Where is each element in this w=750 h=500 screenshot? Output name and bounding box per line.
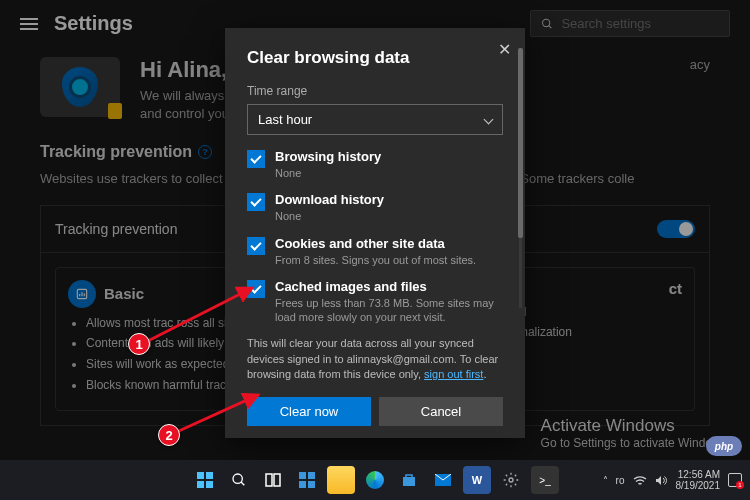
edge-icon[interactable] (361, 466, 389, 494)
start-button[interactable] (191, 466, 219, 494)
chevron-down-icon (484, 115, 494, 125)
svg-rect-6 (197, 472, 204, 479)
opt-sub: Frees up less than 73.8 MB. Some sites m… (275, 296, 503, 325)
store-icon[interactable] (395, 466, 423, 494)
notification-icon[interactable]: 1 (728, 473, 742, 487)
modal-overlay: ✕ Clear browsing data Time range Last ho… (0, 0, 750, 500)
checkbox-browsing-history[interactable] (247, 150, 265, 168)
taskview-icon[interactable] (259, 466, 287, 494)
mail-icon[interactable] (429, 466, 457, 494)
php-badge: php (706, 436, 742, 456)
range-value: Last hour (258, 112, 312, 127)
opt-sub: None (275, 209, 384, 223)
sign-out-link[interactable]: sign out first (424, 368, 483, 380)
widgets-icon[interactable] (293, 466, 321, 494)
dialog-title: Clear browsing data (247, 48, 503, 68)
settings-icon[interactable] (497, 466, 525, 494)
clock-time: 12:56 AM (676, 469, 721, 480)
opt-sub: None (275, 166, 381, 180)
search-taskbar-icon[interactable] (225, 466, 253, 494)
volume-icon[interactable] (655, 474, 668, 487)
opt-label: Browsing history (275, 149, 381, 164)
svg-rect-17 (308, 481, 315, 488)
svg-point-10 (233, 474, 242, 483)
tray-chevron-icon[interactable]: ˄ (603, 475, 608, 486)
clear-data-dialog: ✕ Clear browsing data Time range Last ho… (225, 28, 525, 438)
time-range-select[interactable]: Last hour (247, 104, 503, 135)
disclaimer: This will clear your data across all you… (247, 336, 503, 382)
svg-rect-14 (299, 472, 306, 479)
svg-line-11 (241, 482, 244, 485)
checkbox-cached[interactable] (247, 280, 265, 298)
opt-label: Download history (275, 192, 384, 207)
opt-sub: From 8 sites. Signs you out of most site… (275, 253, 476, 267)
wifi-icon[interactable] (633, 475, 647, 486)
svg-rect-16 (299, 481, 306, 488)
opt-label: Cached images and files (275, 279, 503, 294)
system-tray[interactable]: ˄ ro 12:56 AM 8/19/2021 1 (603, 469, 742, 491)
annotation-marker-1: 1 (128, 333, 150, 355)
range-label: Time range (247, 84, 503, 98)
svg-point-19 (509, 478, 513, 482)
svg-rect-8 (197, 481, 204, 488)
checkbox-download-history[interactable] (247, 193, 265, 211)
terminal-icon[interactable]: >_ (531, 466, 559, 494)
close-icon[interactable]: ✕ (498, 40, 511, 59)
explorer-icon[interactable] (327, 466, 355, 494)
svg-rect-12 (266, 474, 272, 486)
annotation-marker-2: 2 (158, 424, 180, 446)
svg-rect-9 (206, 481, 213, 488)
taskbar[interactable]: W >_ ˄ ro 12:56 AM 8/19/2021 1 (0, 460, 750, 500)
opt-label: Cookies and other site data (275, 236, 476, 251)
scrollbar-thumb[interactable] (518, 48, 523, 238)
svg-rect-13 (274, 474, 280, 486)
svg-rect-7 (206, 472, 213, 479)
checkbox-cookies[interactable] (247, 237, 265, 255)
word-icon[interactable]: W (463, 466, 491, 494)
clock-date: 8/19/2021 (676, 480, 721, 491)
clear-now-button[interactable]: Clear now (247, 397, 371, 426)
language-indicator[interactable]: ro (616, 475, 625, 486)
cancel-button[interactable]: Cancel (379, 397, 503, 426)
svg-rect-15 (308, 472, 315, 479)
